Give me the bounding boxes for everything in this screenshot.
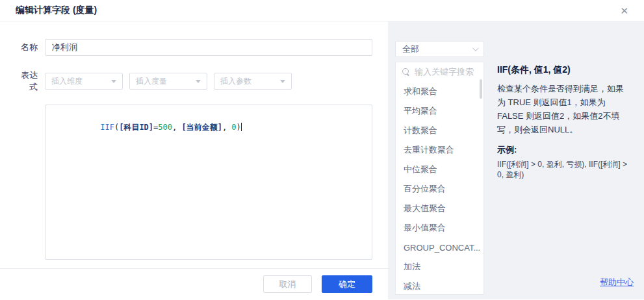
function-description: 检查某个条件是否得到满足，如果为 TRUE 则返回值1，如果为 FALSE 则返… bbox=[497, 82, 632, 136]
formula-token: 500 bbox=[158, 123, 172, 132]
function-name: 求和聚合 bbox=[404, 86, 437, 97]
expression-label: 表达式 bbox=[16, 69, 38, 93]
function-list-item[interactable]: 百分位聚合 bbox=[396, 179, 483, 199]
formula-token: [当前金额] bbox=[181, 123, 222, 132]
insert-dropdown[interactable]: 插入参数 bbox=[214, 73, 292, 90]
function-name: GROUP_CONCAT... bbox=[404, 243, 480, 253]
expression-row: 表达式 插入维度 插入度量 bbox=[0, 69, 388, 93]
search-placeholder: 输入关键字搜索 bbox=[415, 66, 474, 78]
text-cursor bbox=[241, 123, 242, 131]
insert-dropdown-placeholder: 插入维度 bbox=[51, 76, 83, 87]
list-scrollbar-thumb[interactable] bbox=[480, 79, 482, 99]
function-name: 最大值聚合 bbox=[404, 203, 446, 214]
category-select[interactable]: 全部 bbox=[395, 41, 484, 57]
confirm-button[interactable]: 确定 bbox=[322, 275, 372, 293]
function-signature: IIF(条件, 值1, 值2) bbox=[497, 64, 632, 76]
chevron-down-icon bbox=[472, 45, 479, 51]
insert-dropdown-placeholder: 插入度量 bbox=[136, 76, 167, 87]
chevron-down-icon bbox=[196, 80, 201, 83]
formula-editor-row: IIF([科目ID]=500, [当前金额], 0) bbox=[0, 105, 388, 260]
formula-token: 0 bbox=[231, 123, 236, 132]
function-search[interactable]: 输入关键字搜索 bbox=[396, 62, 483, 82]
insert-dropdown[interactable]: 插入度量 bbox=[129, 73, 207, 90]
function-list-item[interactable]: 最大值聚合 bbox=[396, 199, 483, 218]
insert-dropdown[interactable]: 插入维度 bbox=[45, 73, 123, 90]
function-list-item[interactable]: 最小值聚合 bbox=[396, 218, 483, 238]
formula-code-editor[interactable]: IIF([科目ID]=500, [当前金额], 0) bbox=[45, 105, 372, 260]
close-icon[interactable]: ✕ bbox=[620, 6, 628, 16]
function-list-item[interactable]: 求和聚合 bbox=[396, 82, 483, 101]
name-label: 名称 bbox=[16, 42, 38, 53]
function-name: 平均聚合 bbox=[404, 105, 437, 117]
function-name: 计数聚合 bbox=[404, 125, 437, 136]
function-list-item[interactable]: GROUP_CONCAT... bbox=[396, 238, 483, 257]
function-name: 加法 bbox=[404, 261, 420, 273]
dialog-title: 编辑计算字段 (度量) bbox=[16, 5, 97, 16]
chevron-down-icon bbox=[111, 80, 116, 83]
insert-dropdown-placeholder: 插入参数 bbox=[220, 76, 251, 87]
function-doc-panel: IIF(条件, 值1, 值2) 检查某个条件是否得到满足，如果为 TRUE 则返… bbox=[497, 64, 632, 180]
function-list-item[interactable]: 计数聚合 bbox=[396, 121, 483, 140]
dialog-header: 编辑计算字段 (度量) ✕ bbox=[0, 0, 644, 21]
function-list-column: 全部 输入关键字搜索 求和聚合 bbox=[395, 41, 484, 295]
function-list-item[interactable]: 减法 bbox=[396, 277, 483, 295]
dialog-body: 名称 表达式 插入维度 插入度量 bbox=[0, 21, 644, 299]
function-list-item[interactable]: 去重计数聚合 bbox=[396, 140, 483, 160]
function-list-panel: 输入关键字搜索 求和聚合 平均聚合 bbox=[395, 62, 484, 295]
function-name: 去重计数聚合 bbox=[404, 144, 454, 156]
cancel-button[interactable]: 取消 bbox=[263, 275, 312, 293]
formula-token: , bbox=[222, 123, 231, 132]
name-input[interactable] bbox=[45, 39, 372, 56]
example-label: 示例: bbox=[497, 144, 632, 156]
function-list-item[interactable]: 平均聚合 bbox=[396, 101, 483, 121]
function-name: 百分位聚合 bbox=[404, 183, 446, 195]
formula-token: ) bbox=[237, 123, 241, 132]
function-list-item[interactable]: 中位聚合 bbox=[396, 160, 483, 179]
function-reference-pane: 全部 输入关键字搜索 求和聚合 bbox=[388, 21, 644, 299]
function-list-item[interactable]: 加法 bbox=[396, 257, 483, 277]
chevron-down-icon bbox=[280, 80, 285, 83]
formula-token: , bbox=[172, 123, 181, 132]
formula-token: [科目ID] bbox=[119, 123, 153, 132]
formula-line: IIF([科目ID]=500, [当前金额], 0) bbox=[100, 123, 241, 132]
edit-calculated-field-dialog: 编辑计算字段 (度量) ✕ 名称 表达式 插入维度 bbox=[0, 0, 644, 300]
function-name: 减法 bbox=[404, 281, 420, 292]
formula-token: IIF bbox=[100, 123, 114, 132]
search-icon bbox=[402, 68, 410, 76]
example-text: IIF([利润] > 0, 盈利, 亏损), IIF([利润] > 0, 盈利) bbox=[497, 159, 632, 180]
insert-dropdown-group: 插入维度 插入度量 插入参数 bbox=[45, 73, 372, 90]
editor-pane: 名称 表达式 插入维度 插入度量 bbox=[0, 21, 388, 299]
dialog-footer: 取消 确定 bbox=[0, 268, 388, 299]
help-center-link[interactable]: 帮助中心 bbox=[600, 277, 634, 288]
function-name: 中位聚合 bbox=[404, 164, 437, 175]
name-row: 名称 bbox=[0, 39, 388, 56]
category-select-value: 全部 bbox=[402, 44, 419, 55]
function-list: 求和聚合 平均聚合 计数聚合 去重计数聚合 bbox=[396, 82, 483, 295]
function-name: 最小值聚合 bbox=[404, 222, 446, 234]
